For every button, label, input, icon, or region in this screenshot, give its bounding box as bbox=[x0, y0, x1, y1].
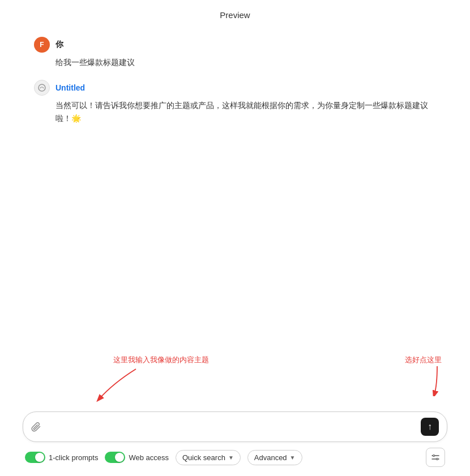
toggle1-knob bbox=[35, 453, 44, 462]
input-row: 雪地里呆萌的小狗 ↑ bbox=[23, 411, 447, 442]
toggle2-group: Web access bbox=[105, 452, 169, 463]
message-input[interactable]: 雪地里呆萌的小狗 bbox=[46, 422, 416, 431]
chat-area: F 你 给我一些爆款标题建议 Untitled 当然可以！请告诉我你想要推广的主… bbox=[0, 28, 470, 237]
quick-search-chevron-icon: ▼ bbox=[228, 454, 234, 461]
send-button[interactable]: ↑ bbox=[421, 418, 439, 436]
annotation-left-arrow bbox=[91, 366, 159, 403]
user-message-body: 给我一些爆款标题建议 bbox=[55, 56, 436, 68]
annotation-overlay: 这里我输入我像做的内容主题 选好点这里 bbox=[0, 349, 470, 411]
bot-message-block: Untitled 当然可以！请告诉我你想要推广的主题或产品，这样我就能根据你的需… bbox=[34, 80, 436, 125]
attach-icon[interactable] bbox=[31, 422, 41, 432]
settings-icon bbox=[431, 453, 440, 462]
user-name: 你 bbox=[55, 40, 63, 50]
user-message-block: F 你 给我一些爆款标题建议 bbox=[34, 37, 436, 68]
annotation-right-arrow bbox=[415, 365, 448, 396]
advanced-dropdown[interactable]: Advanced ▼ bbox=[247, 450, 302, 465]
controls-row: 1-click prompts Web access Quick search … bbox=[23, 448, 447, 467]
quick-search-label: Quick search bbox=[182, 453, 225, 462]
bot-message-body: 当然可以！请告诉我你想要推广的主题或产品，这样我就能根据你的需求，为你量身定制一… bbox=[55, 99, 436, 125]
quick-search-dropdown[interactable]: Quick search ▼ bbox=[176, 450, 241, 465]
main-container: Preview F 你 给我一些爆款标题建议 Unt bbox=[0, 0, 470, 476]
bot-avatar bbox=[34, 80, 50, 96]
send-icon: ↑ bbox=[428, 422, 432, 432]
user-message-header: F 你 bbox=[34, 37, 436, 53]
toggle2-knob bbox=[115, 453, 124, 462]
toggle1-switch[interactable] bbox=[25, 452, 45, 463]
toggle2-label: Web access bbox=[129, 453, 169, 462]
annotation-right-text: 选好点这里 bbox=[405, 355, 442, 365]
bottom-section: 雪地里呆萌的小狗 ↑ 1-click prompts Web access bbox=[0, 411, 470, 476]
advanced-label: Advanced bbox=[254, 453, 287, 462]
svg-point-5 bbox=[433, 455, 435, 457]
svg-point-0 bbox=[39, 84, 45, 91]
page-header: Preview bbox=[0, 0, 470, 28]
advanced-chevron-icon: ▼ bbox=[290, 454, 296, 461]
svg-point-6 bbox=[437, 458, 438, 460]
toggle1-label: 1-click prompts bbox=[49, 453, 98, 462]
bot-name: Untitled bbox=[55, 83, 85, 92]
toggle2-switch[interactable] bbox=[105, 452, 125, 463]
chat-spacer bbox=[0, 237, 470, 349]
user-avatar: F bbox=[34, 37, 50, 53]
page-title: Preview bbox=[220, 10, 250, 20]
settings-button[interactable] bbox=[426, 448, 445, 467]
bot-message-header: Untitled bbox=[34, 80, 436, 96]
toggle1-group: 1-click prompts bbox=[25, 452, 98, 463]
annotation-left-text: 这里我输入我像做的内容主题 bbox=[113, 355, 209, 365]
